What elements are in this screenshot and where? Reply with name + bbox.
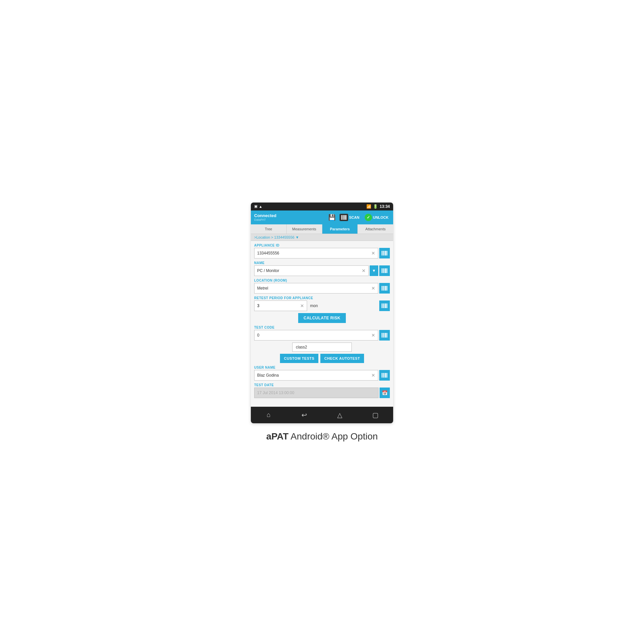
svg-rect-44: [384, 373, 385, 378]
class2-display: class2: [292, 343, 352, 352]
unlock-button[interactable]: ✓ UNLOCK: [363, 213, 390, 222]
svg-rect-15: [383, 268, 384, 273]
svg-rect-45: [385, 373, 386, 378]
location-barcode-button[interactable]: [379, 283, 390, 294]
appliance-id-value: 1334455556: [257, 251, 279, 255]
user-name-label: USER NAME: [254, 366, 390, 369]
retest-input[interactable]: 3 ✕: [254, 300, 307, 311]
location-group: LOCATION (ROOM) Metrel ✕: [254, 279, 390, 294]
svg-rect-38: [385, 333, 386, 338]
breadcrumb[interactable]: >Location > 1334455556 ▼: [251, 234, 393, 241]
logo-area: Connected DataPAT: [254, 213, 276, 222]
user-name-value: Blaz Godina: [257, 373, 279, 378]
user-name-clear-icon[interactable]: ✕: [371, 373, 375, 378]
test-date-label: TEST DATE: [254, 383, 390, 387]
nav-home-button[interactable]: ⌂: [260, 410, 277, 420]
status-left: ▣ ▲: [254, 204, 262, 208]
test-date-calendar-button[interactable]: 📅: [380, 388, 390, 398]
appliance-id-row: 1334455556 ✕: [254, 248, 390, 258]
test-code-barcode-button[interactable]: [379, 330, 390, 341]
appliance-id-input[interactable]: 1334455556 ✕: [254, 248, 378, 258]
tabs-bar: Tree Measurements Parameters Attachments: [251, 224, 393, 234]
status-icon-2: ▲: [259, 205, 262, 208]
svg-rect-4: [345, 215, 345, 220]
svg-rect-31: [385, 303, 386, 308]
svg-rect-10: [385, 251, 386, 255]
retest-clear-icon[interactable]: ✕: [300, 303, 304, 308]
scan-button[interactable]: SCAN: [338, 213, 361, 222]
name-row: PC / Monitor ✕ ▼: [254, 265, 390, 276]
caption-bold: aPAT: [266, 431, 288, 441]
tab-tree[interactable]: Tree: [251, 224, 287, 234]
main-content: APPLIANCE ID 1334455556 ✕: [251, 241, 393, 407]
svg-rect-23: [384, 286, 385, 291]
appliance-id-group: APPLIANCE ID 1334455556 ✕: [254, 244, 390, 258]
name-barcode-button[interactable]: [379, 265, 390, 276]
location-label: LOCATION (ROOM): [254, 279, 390, 282]
status-right: 📶 🔋 13:34: [366, 204, 390, 209]
svg-rect-7: [383, 251, 383, 255]
appliance-id-barcode-button[interactable]: [379, 248, 390, 258]
svg-rect-2: [343, 215, 344, 220]
custom-tests-button[interactable]: CUSTOM TESTS: [280, 354, 318, 363]
name-input[interactable]: PC / Monitor ✕: [254, 265, 369, 276]
name-label: NAME: [254, 261, 390, 265]
tab-parameters[interactable]: Parameters: [322, 224, 358, 234]
svg-rect-3: [344, 215, 344, 220]
user-name-row: Blaz Godina ✕: [254, 370, 390, 381]
svg-rect-39: [386, 333, 387, 338]
retest-barcode-button[interactable]: [379, 300, 390, 311]
unlock-label: UNLOCK: [373, 215, 389, 219]
test-date-group: TEST DATE 17 Jul 2014 13:00:00 📅: [254, 383, 390, 398]
svg-rect-32: [386, 303, 387, 308]
check-autotest-button[interactable]: CHECK AUTOTEST: [320, 354, 364, 363]
nav-back-button[interactable]: ↩: [296, 410, 312, 420]
svg-rect-37: [384, 333, 385, 338]
retest-value: 3: [257, 303, 259, 308]
location-input[interactable]: Metrel ✕: [254, 283, 378, 294]
svg-rect-35: [383, 333, 383, 338]
test-code-clear-icon[interactable]: ✕: [371, 333, 375, 338]
name-dropdown-button[interactable]: ▼: [370, 265, 378, 276]
svg-rect-5: [346, 215, 346, 220]
svg-rect-18: [386, 268, 387, 273]
name-clear-icon[interactable]: ✕: [362, 268, 366, 273]
test-code-group: TEST CODE 0 ✕: [254, 326, 390, 363]
user-name-input[interactable]: Blaz Godina ✕: [254, 370, 378, 381]
svg-rect-30: [384, 303, 385, 308]
test-code-input[interactable]: 0 ✕: [254, 330, 378, 341]
test-code-label: TEST CODE: [254, 326, 390, 329]
unlock-icon: ✓: [365, 214, 372, 221]
svg-rect-20: [382, 286, 382, 291]
top-actions: 💾 SCAN ✓: [328, 213, 390, 222]
tab-measurements[interactable]: Measurements: [287, 224, 322, 234]
svg-rect-22: [383, 286, 384, 291]
user-name-group: USER NAME Blaz Godina ✕: [254, 366, 390, 381]
nav-recent-button[interactable]: ▢: [367, 410, 384, 420]
svg-rect-12: [387, 251, 388, 255]
nav-up-button[interactable]: △: [332, 410, 348, 420]
svg-rect-9: [384, 251, 385, 255]
test-date-placeholder: 17 Jul 2014 13:00:00: [257, 391, 294, 395]
recent-icon: ▢: [372, 411, 379, 419]
user-name-barcode-button[interactable]: [379, 370, 390, 381]
svg-rect-25: [386, 286, 387, 291]
name-value: PC / Monitor: [257, 268, 279, 273]
top-bar: Connected DataPAT 💾: [251, 210, 393, 224]
save-icon[interactable]: 💾: [328, 214, 336, 221]
svg-rect-0: [341, 215, 342, 220]
calculate-risk-button[interactable]: CALCULATE RISK: [298, 313, 345, 323]
svg-rect-13: [382, 268, 382, 273]
up-icon: △: [337, 411, 342, 419]
home-icon: ⌂: [267, 411, 271, 419]
caption-normal: Android® App Option: [289, 431, 378, 441]
logo-line2: DataPAT: [254, 218, 276, 221]
scan-icon: [340, 214, 348, 221]
bottom-nav: ⌂ ↩ △ ▢: [251, 407, 393, 423]
tab-attachments[interactable]: Attachments: [358, 224, 393, 234]
phone-container: ▣ ▲ 📶 🔋 13:34 Connected DataPAT 💾: [251, 203, 393, 423]
svg-rect-28: [383, 303, 383, 308]
svg-rect-27: [382, 303, 382, 308]
appliance-id-clear-icon[interactable]: ✕: [371, 251, 375, 256]
location-clear-icon[interactable]: ✕: [371, 286, 375, 291]
